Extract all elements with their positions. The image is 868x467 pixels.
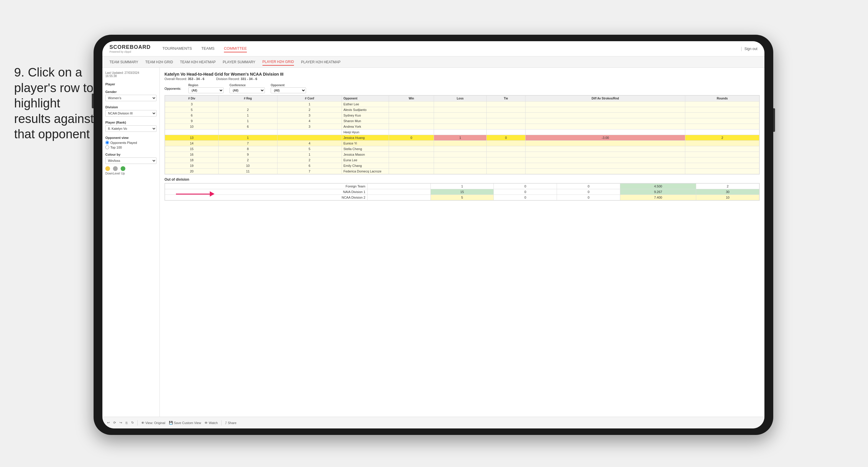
nav-divider: |	[741, 46, 742, 52]
opponent-view-section: Opponent view Opponents Played Top 100	[105, 136, 157, 149]
share-icon: ⤴	[225, 421, 227, 425]
table-row[interactable]: 1691 Jessica Mason	[165, 152, 760, 157]
tablet-side-button-left	[92, 94, 94, 108]
dot-down	[105, 166, 110, 171]
player-rank-section: Player (Rank) 8. Katelyn Vo	[105, 121, 157, 132]
th-rounds: Rounds	[685, 96, 760, 101]
redo-step-button[interactable]: ⟳	[113, 421, 116, 425]
table-row[interactable]: 1063 Andrea York	[165, 124, 760, 129]
filters-row: Opponents: Region (All) Conference (All)	[164, 84, 760, 93]
table-row[interactable]: 20117 Federica Domecq Lacroze	[165, 168, 760, 174]
sub-nav-player-h2h-heatmap[interactable]: PLAYER H2H HEATMAP	[301, 59, 340, 65]
gender-section: Gender Women's	[105, 90, 157, 101]
save-custom-button[interactable]: 💾 Save Custom View	[169, 421, 201, 425]
arrow-annotation	[176, 191, 215, 196]
table-row[interactable]: 914 Sharon Mun	[165, 118, 760, 124]
table-row[interactable]: Heeji Hyun	[165, 129, 760, 135]
summary-table: Foreign Team 1 0 0 4.500 2 NAIA Division…	[165, 183, 760, 200]
last-updated: Last Updated: 27/03/2024 16:55:38	[105, 71, 157, 78]
radio-top-100[interactable]: Top 100	[105, 145, 157, 149]
out-of-division-title: Out of division	[164, 178, 760, 182]
nav-tournaments[interactable]: TOURNAMENTS	[162, 45, 192, 52]
legend-labels: Down Level Up	[105, 172, 157, 175]
logo-text: SCOREBOARD	[110, 44, 151, 50]
arrow-line	[176, 194, 210, 194]
logo-area: SCOREBOARD Powered by clippd	[110, 44, 151, 53]
view-icon: 👁	[141, 421, 145, 425]
view-original-button[interactable]: 👁 View: Original	[141, 421, 165, 425]
records-row: Overall Record: 353 - 34 - 6 Division Re…	[164, 77, 760, 81]
instruction-text: 9. Click on a player's row to highlight …	[14, 65, 96, 142]
table-row[interactable]: 1474 Eunice Yi	[165, 141, 760, 146]
summary-row[interactable]: NCAA Division 2 5 0 0 7.400 10	[165, 195, 760, 200]
sign-out-link[interactable]: Sign out	[744, 47, 757, 51]
sub-nav-team-h2h-grid[interactable]: TEAM H2H GRID	[145, 59, 173, 65]
dot-up	[121, 166, 125, 171]
grid-title: Katelyn Vo Head-to-Head Grid for Women's…	[164, 72, 760, 76]
dot-level	[113, 166, 118, 171]
th-div: # Div	[165, 96, 219, 101]
division-select[interactable]: NCAA Division III	[105, 110, 157, 117]
nav-committee[interactable]: COMMITTEE	[224, 45, 247, 52]
sub-nav-team-summary[interactable]: TEAM SUMMARY	[110, 59, 138, 65]
opponent-select[interactable]: (All)	[271, 87, 306, 93]
division-section: Division NCAA Division III	[105, 105, 157, 117]
table-row[interactable]: 1822 Euna Lee	[165, 157, 760, 163]
save-icon: 💾	[169, 421, 173, 425]
table-row[interactable]: 613 Sydney Kuo	[165, 113, 760, 118]
th-win: Win	[389, 96, 434, 101]
region-select[interactable]: (All)	[188, 87, 224, 93]
tablet-screen: SCOREBOARD Powered by clippd TOURNAMENTS…	[102, 41, 765, 429]
legend-dots	[105, 166, 157, 171]
player-section: Player	[105, 83, 157, 86]
summary-row[interactable]: NAIA Division 1 15 0 0 9.267 30	[165, 189, 760, 195]
toolbar-sep-1	[137, 420, 138, 426]
table-row[interactable]: 522 Alexis Sudjianto	[165, 107, 760, 113]
table-row[interactable]: 19106 Emily Chang	[165, 163, 760, 168]
refresh-button[interactable]: ↻	[131, 421, 134, 425]
th-loss: Loss	[434, 96, 486, 101]
data-table-wrapper: # Div # Reg # Conf Opponent Win Loss Tie…	[164, 95, 760, 175]
opponent-filter: Opponent (All)	[271, 84, 306, 93]
sub-nav-player-h2h-grid[interactable]: PLAYER H2H GRID	[262, 59, 294, 66]
table-row[interactable]: 1585 Stella Cheng	[165, 146, 760, 152]
th-diff: Diff Av Strokes/Rnd	[525, 96, 685, 101]
region-filter: Region (All)	[188, 84, 224, 93]
top-nav: SCOREBOARD Powered by clippd TOURNAMENTS…	[102, 41, 765, 57]
colour-by-section: Colour by Win/loss Down Level Up	[105, 153, 157, 175]
opponents-label: Opponents:	[164, 87, 181, 90]
bottom-toolbar: ↩ ⟳ ↪ ⎘ ↻ 👁 View: Original 💾 Save Custom…	[102, 417, 765, 429]
copy-button[interactable]: ⎘	[126, 421, 128, 425]
nav-teams[interactable]: TEAMS	[201, 45, 215, 52]
player-rank-select[interactable]: 8. Katelyn Vo	[105, 125, 157, 132]
tablet-frame: SCOREBOARD Powered by clippd TOURNAMENTS…	[94, 35, 773, 435]
sub-nav-team-h2h-heatmap[interactable]: TEAM H2H HEATMAP	[180, 59, 216, 65]
summary-row[interactable]: Foreign Team 1 0 0 4.500 2	[165, 184, 760, 189]
summary-table-wrapper: Foreign Team 1 0 0 4.500 2 NAIA Division…	[164, 183, 760, 201]
share-button[interactable]: ⤴ Share	[225, 421, 236, 425]
sub-nav-player-summary[interactable]: PLAYER SUMMARY	[223, 59, 255, 65]
conference-select[interactable]: (All)	[229, 87, 265, 93]
undo-step-button[interactable]: ↪	[120, 421, 122, 425]
conference-filter: Conference (All)	[229, 84, 265, 93]
th-opponent: Opponent	[342, 96, 389, 101]
data-table: # Div # Reg # Conf Opponent Win Loss Tie…	[165, 95, 760, 174]
colour-by-select[interactable]: Win/loss	[105, 157, 157, 164]
arrow-head	[210, 191, 215, 196]
sub-nav: TEAM SUMMARY TEAM H2H GRID TEAM H2H HEAT…	[102, 57, 765, 68]
nav-items: TOURNAMENTS TEAMS COMMITTEE	[162, 45, 741, 52]
th-conf: # Conf	[277, 96, 342, 101]
table-row-selected[interactable]: 13 1 Jessica Huang 0 1 0 -3.00 2	[165, 135, 760, 141]
tablet-side-button-right	[773, 108, 775, 132]
logo-sub: Powered by clippd	[110, 50, 151, 53]
th-reg: # Reg	[219, 96, 277, 101]
gender-select[interactable]: Women's	[105, 95, 157, 101]
watch-icon: 👁	[205, 421, 208, 425]
table-row[interactable]: 31 Esther Lee	[165, 101, 760, 107]
th-tie: Tie	[487, 96, 526, 101]
undo-button[interactable]: ↩	[107, 421, 110, 425]
toolbar-sep-2	[221, 420, 222, 426]
filter-trio: Region (All) Conference (All)	[188, 84, 306, 93]
radio-opponents-played[interactable]: Opponents Played	[105, 141, 157, 145]
watch-button[interactable]: 👁 Watch	[205, 421, 218, 425]
